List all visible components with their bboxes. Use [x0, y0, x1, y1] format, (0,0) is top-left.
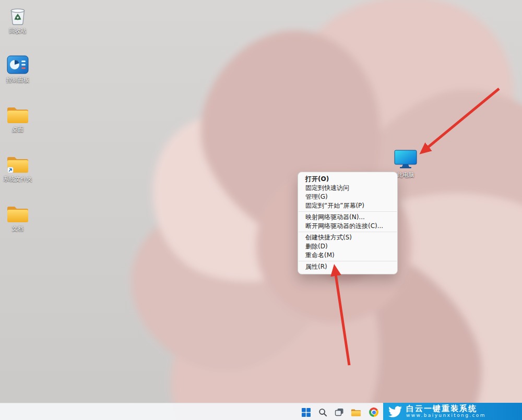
watermark-banner: 白云一键重装系统 www.baiyunxitong.com — [383, 403, 522, 420]
watermark-text: 白云一键重装系统 www.baiyunxitong.com — [406, 405, 486, 418]
folder-shortcut-icon — [6, 152, 29, 174]
file-explorer-icon — [351, 408, 361, 417]
wallpaper-bloom — [0, 0, 522, 420]
task-view-icon — [335, 407, 344, 417]
twitter-bird-icon — [388, 405, 402, 418]
desktop-icon-system-folder[interactable]: 系统文件夹 — [0, 152, 35, 183]
control-panel-icon — [7, 53, 29, 75]
search-icon — [318, 408, 327, 417]
desktop-icon-control-panel[interactable]: 控制面板 — [0, 53, 35, 83]
file-explorer-button[interactable] — [351, 407, 361, 417]
task-view-button[interactable] — [334, 407, 345, 417]
menu-item-manage[interactable]: 管理(G) — [298, 193, 397, 201]
desktop-icon-label: 系统文件夹 — [4, 176, 32, 183]
search-button[interactable] — [317, 407, 328, 417]
recycle-bin-icon — [8, 4, 27, 26]
menu-item-create-shortcut[interactable]: 创建快捷方式(S) — [298, 233, 397, 242]
menu-separator — [299, 261, 397, 261]
folder-icon — [6, 103, 29, 125]
folder-icon — [6, 202, 29, 224]
desktop-icon-label: 此电脑 — [397, 172, 414, 178]
menu-item-map-network-drive[interactable]: 映射网络驱动器(N)... — [298, 213, 397, 222]
menu-item-pin-quick-access[interactable]: 固定到快速访问 — [298, 184, 397, 193]
context-menu: 打开(O) 固定到快速访问 管理(G) 固定到“开始”屏幕(P) 映射网络驱动器… — [298, 172, 398, 274]
menu-item-open[interactable]: 打开(O) — [298, 175, 397, 184]
desktop-icon-label: 文档 — [12, 225, 23, 232]
menu-item-properties[interactable]: 属性(R) — [298, 262, 397, 271]
this-pc-icon — [394, 148, 418, 170]
desktop-icon-documents-folder[interactable]: 文档 — [0, 202, 35, 232]
desktop-icon-label: 桌面 — [12, 126, 23, 133]
start-button[interactable] — [301, 407, 311, 417]
menu-separator — [299, 232, 397, 232]
desktop-icon-recycle-bin[interactable]: 回收站 — [0, 4, 35, 34]
menu-item-rename[interactable]: 重命名(M) — [298, 251, 397, 260]
start-icon — [302, 408, 311, 417]
menu-item-delete[interactable]: 删除(D) — [298, 242, 397, 251]
menu-item-disconnect-network-drive[interactable]: 断开网络驱动器的连接(C)... — [298, 222, 397, 231]
menu-separator — [299, 211, 397, 212]
chrome-button[interactable] — [369, 407, 379, 417]
desktop: 回收站 控制面板 — [0, 0, 522, 420]
watermark-title: 白云一键重装系统 — [406, 405, 486, 413]
watermark-url: www.baiyunxitong.com — [406, 413, 486, 418]
menu-item-pin-to-start[interactable]: 固定到“开始”屏幕(P) — [298, 201, 397, 210]
desktop-icon-desktop-folder[interactable]: 桌面 — [0, 103, 35, 133]
desktop-icon-label: 控制面板 — [6, 77, 29, 83]
desktop-icon-label: 回收站 — [9, 28, 27, 34]
chrome-icon — [369, 407, 378, 417]
